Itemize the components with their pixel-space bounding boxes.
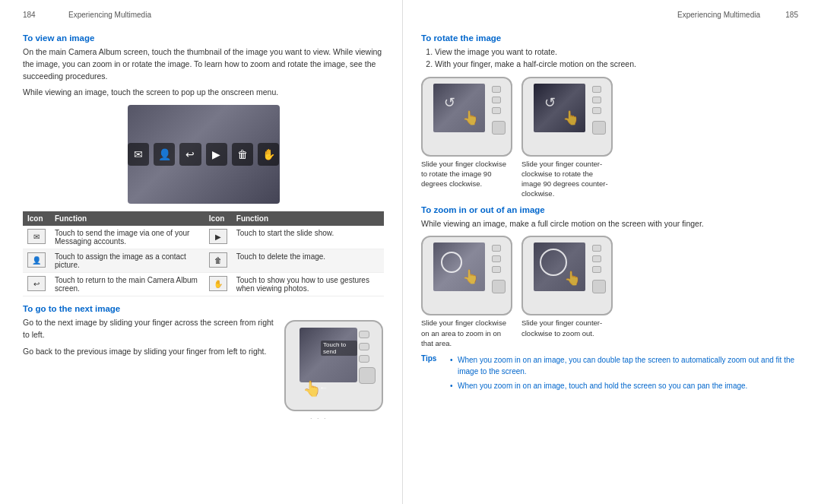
gesture-icon: ✋ bbox=[209, 276, 227, 291]
func-cell-trash: Touch to delete the image. bbox=[232, 249, 384, 273]
rotate-caption-right: Slide your finger counter-clockwise to r… bbox=[521, 159, 613, 199]
table-col-icon2: Icon bbox=[204, 211, 232, 226]
next-image-para1: Go to the next image by sliding your fin… bbox=[23, 317, 274, 341]
zoom-phone-right: 👆 bbox=[521, 236, 613, 315]
phone-small-btn-r3 bbox=[592, 107, 601, 114]
tips-content: When you zoom in on an image, you can do… bbox=[449, 354, 798, 395]
touch-to-send-label: Touch to send bbox=[321, 341, 357, 356]
finger-icon-left: 👆 bbox=[462, 109, 479, 126]
phone-btn-sq bbox=[359, 367, 376, 384]
phone-small-btn-r1 bbox=[592, 86, 601, 93]
table-row: 👤 Touch to assign the image as a contact… bbox=[23, 249, 384, 273]
zoom-phone-left-wrapper: 👆 Slide your finger clockwise on an area… bbox=[421, 236, 512, 348]
phone-small-btn-1 bbox=[492, 86, 501, 93]
next-image-heading: To go to the next image bbox=[23, 304, 384, 313]
phone-btn-3 bbox=[359, 355, 369, 363]
table-col-func2: Function bbox=[232, 211, 384, 226]
zoom-finger-right-icon: 👆 bbox=[564, 270, 581, 287]
zoom-caption-left: Slide your finger clockwise on an area t… bbox=[421, 318, 512, 348]
rotate-caption-left: Slide your finger clockwise to rotate th… bbox=[421, 159, 512, 189]
phone-small-btns-left bbox=[492, 86, 506, 135]
page-right: Experiencing Multimedia 185 To rotate th… bbox=[403, 0, 821, 504]
next-image-phone-wrapper: Touch to send 👆 ← . . . bbox=[281, 317, 384, 416]
zoom-screen-right: 👆 bbox=[534, 242, 585, 291]
phone-btn-2 bbox=[359, 343, 369, 350]
overlay-icon-message: ✉ bbox=[128, 143, 149, 166]
rotate-phone-left-wrapper: ↻ 👆 Slide your finger clockwise to rotat… bbox=[421, 77, 512, 189]
zoom-para1: While viewing an image, make a full circ… bbox=[421, 218, 798, 230]
rotate-phone-left: ↻ 👆 bbox=[421, 77, 512, 157]
tips-section: Tips When you zoom in on an image, you c… bbox=[421, 354, 798, 395]
next-image-phone: Touch to send 👆 ← bbox=[284, 320, 383, 411]
zoom-heading: To zoom in or out of an image bbox=[421, 205, 798, 214]
zoom-btn-r1 bbox=[592, 245, 601, 252]
next-image-text: Go to the next image by sliding your fin… bbox=[23, 317, 274, 362]
zoom-phone-right-wrapper: 👆 Slide your finger counter-clockwise to… bbox=[521, 236, 613, 338]
overlay-icon-play: ▶ bbox=[206, 143, 227, 166]
zoom-circle-icon bbox=[441, 252, 462, 273]
person-icon: 👤 bbox=[27, 252, 46, 268]
zoom-phone-btns-right bbox=[592, 245, 606, 293]
trash-icon: 🗑 bbox=[209, 252, 227, 268]
zoom-sq-l bbox=[492, 280, 506, 293]
next-image-content: Go to the next image by sliding your fin… bbox=[23, 317, 384, 416]
zoom-sq-r bbox=[592, 280, 606, 293]
zoom-phone-left: 👆 bbox=[421, 236, 512, 315]
phone-small-btn-2 bbox=[492, 97, 501, 103]
table-col-func1: Function bbox=[50, 211, 204, 226]
table-row: ✉ Touch to send the image via one of you… bbox=[23, 226, 384, 249]
zoom-finger-left-icon: 👆 bbox=[462, 268, 479, 285]
overlay-icon-back: ↩ bbox=[179, 143, 201, 166]
view-image-heading: To view an image bbox=[23, 33, 384, 43]
clockwise-arrow-icon: ↻ bbox=[444, 94, 455, 111]
rotate-heading: To rotate the image bbox=[421, 33, 798, 43]
rotate-section: To rotate the image View the image you w… bbox=[421, 33, 798, 199]
view-image-para1: On the main Camera Album screen, touch t… bbox=[23, 46, 384, 82]
icon-cell-back: ↩ bbox=[23, 273, 50, 296]
overlay-icon-person: 👤 bbox=[154, 143, 175, 166]
rotate-phone-right: ↺ 👆 bbox=[521, 77, 613, 157]
next-image-para2: Go back to the previous image by sliding… bbox=[23, 346, 274, 358]
zoom-btn-l1 bbox=[492, 245, 501, 252]
rotate-screen-left: ↻ 👆 bbox=[433, 84, 485, 132]
tips-label: Tips bbox=[421, 354, 444, 363]
play-icon: ▶ bbox=[209, 229, 227, 244]
phone-small-btn-3 bbox=[492, 107, 501, 114]
table-col-icon1: Icon bbox=[23, 211, 50, 226]
phone-btn-1 bbox=[359, 331, 369, 338]
zoom-phone-btns-left bbox=[492, 245, 506, 293]
camera-screenshot: ✉ 👤 ↩ ▶ 🗑 ✋ bbox=[128, 105, 280, 204]
tips-item-2: When you zoom in on an image, touch and … bbox=[449, 380, 798, 391]
zoom-screen-left: 👆 bbox=[433, 242, 485, 291]
tips-item-1: When you zoom in on an image, you can do… bbox=[449, 354, 798, 377]
view-image-para2: While viewing an image, touch the screen… bbox=[23, 87, 384, 99]
phone-small-sq-r bbox=[592, 121, 606, 135]
zoom-section: To zoom in or out of an image While view… bbox=[421, 205, 798, 395]
page-title-right: Experiencing Multimedia bbox=[677, 11, 760, 19]
rotate-phone-right-wrapper: ↺ 👆 Slide your finger counter-clockwise … bbox=[521, 77, 613, 199]
finger-icon-right: 👆 bbox=[563, 109, 579, 126]
tips-list: When you zoom in on an image, you can do… bbox=[449, 354, 798, 391]
counter-clockwise-arrow-icon: ↺ bbox=[544, 94, 556, 111]
table-row: ↩ Touch to return to the main Camera Alb… bbox=[23, 273, 384, 296]
rotate-steps: View the image you want to rotate. With … bbox=[421, 46, 798, 71]
phone-small-sq bbox=[492, 121, 506, 135]
rotate-step-2: With your finger, make a half-circle mot… bbox=[435, 59, 798, 71]
phone-small-btn-r2 bbox=[592, 97, 601, 103]
icon-cell-trash: 🗑 bbox=[204, 249, 232, 273]
zoom-phone-pair: 👆 Slide your finger clockwise on an area… bbox=[421, 236, 798, 348]
func-cell-person: Touch to assign the image as a contact p… bbox=[50, 249, 204, 273]
page-number-right: 185 bbox=[785, 11, 798, 19]
icon-cell-gesture: ✋ bbox=[204, 273, 232, 296]
func-cell-play: Touch to start the slide show. bbox=[232, 226, 384, 249]
rotate-phone-pair: ↻ 👆 Slide your finger clockwise to rotat… bbox=[421, 77, 798, 199]
rotate-step-1: View the image you want to rotate. bbox=[435, 46, 798, 59]
overlay-icon-gesture: ✋ bbox=[258, 143, 279, 166]
next-image-section: To go to the next image Go to the next i… bbox=[23, 304, 384, 416]
page-left: 184 Experiencing Multimedia To view an i… bbox=[0, 0, 403, 504]
phone-dotted-line: . . . bbox=[310, 413, 328, 420]
back-icon: ↩ bbox=[27, 276, 46, 291]
icon-cell-person: 👤 bbox=[23, 249, 50, 273]
icon-cell-play: ▶ bbox=[204, 226, 232, 249]
func-cell-back: Touch to return to the main Camera Album… bbox=[50, 273, 204, 296]
